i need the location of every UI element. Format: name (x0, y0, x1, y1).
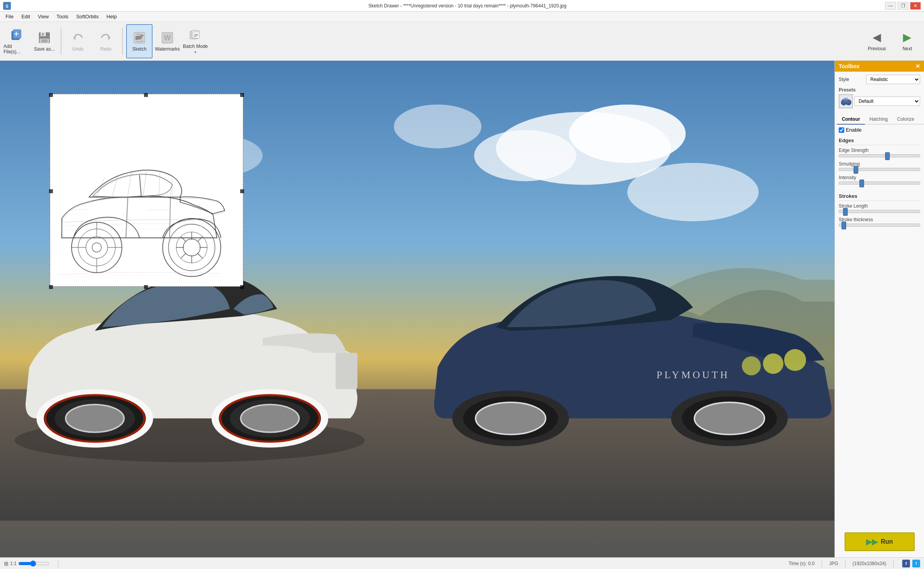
facebook-icon[interactable]: f (902, 560, 910, 567)
menu-edit[interactable]: Edit (18, 12, 34, 21)
sketch-label: Sketch (132, 46, 147, 52)
selection-handle-bottom[interactable] (144, 285, 148, 289)
social-icons: f t (902, 560, 920, 567)
intensity-track[interactable] (839, 181, 920, 185)
undo-button[interactable]: Undo (65, 24, 91, 58)
next-button[interactable]: ▶ Next (894, 24, 921, 58)
titlebar: S Sketch Drawer - ****Unregistered versi… (0, 0, 924, 12)
zoom-level: 1:1 (10, 561, 17, 566)
window-title: Sketch Drawer - ****Unregistered version… (14, 3, 921, 9)
batch-mode-button[interactable]: Batch Mode ▼ (182, 24, 209, 58)
selection-handle-top-right[interactable] (240, 93, 244, 97)
save-as-button[interactable]: Save as... (31, 24, 58, 58)
selection-handle-bottom-right[interactable] (240, 285, 244, 289)
intensity-thumb[interactable] (859, 180, 864, 187)
svg-line-59 (143, 172, 146, 195)
svg-point-29 (474, 130, 576, 181)
toolbox-panel: Toolbox ✕ Style Realistic Artistic Hatch… (834, 61, 924, 557)
svg-point-85 (92, 243, 102, 252)
svg-rect-10 (42, 33, 44, 35)
enable-checkbox[interactable] (839, 127, 844, 133)
svg-rect-35 (336, 353, 357, 389)
edge-strength-thumb[interactable] (885, 152, 890, 160)
svg-line-77 (181, 237, 186, 242)
enable-row: Enable (835, 125, 924, 135)
svg-point-70 (169, 225, 214, 270)
add-files-icon (9, 28, 23, 42)
stroke-length-track[interactable] (839, 210, 920, 213)
svg-line-61 (170, 179, 172, 197)
stroke-thickness-thumb[interactable] (841, 222, 846, 229)
twitter-icon[interactable]: t (912, 560, 920, 567)
selection-handle-top-left[interactable] (49, 93, 53, 97)
previous-button[interactable]: ◀ Previous (863, 24, 891, 58)
batch-mode-arrow: ▼ (194, 51, 197, 54)
style-section: Style Realistic Artistic Hatching Preset… (835, 72, 924, 115)
close-button[interactable]: ✕ (910, 2, 921, 10)
selection-handle-bottom-left[interactable] (49, 285, 53, 289)
fit-icon: ⊞ (4, 560, 9, 567)
time-label: Time (s): 0.0 (789, 561, 815, 566)
presets-label: Presets (839, 87, 920, 93)
sketch-icon (132, 31, 146, 45)
status-right: Time (s): 0.0 JPG (1920x1080x24) f t (789, 560, 920, 567)
status-sep-2 (822, 560, 822, 567)
tab-hatching[interactable]: Hatching (865, 115, 892, 125)
svg-line-80 (197, 237, 202, 242)
toolbox-close-button[interactable]: ✕ (915, 63, 920, 69)
selection-handle-top[interactable] (144, 93, 148, 97)
zoom-slider[interactable] (18, 560, 49, 567)
canvas-area[interactable]: PLYMOUTH (0, 61, 834, 557)
menu-file[interactable]: File (2, 12, 18, 21)
selection-handle-mid-right[interactable] (240, 189, 244, 193)
smudging-thumb[interactable] (854, 166, 858, 174)
toolbar-separator-1 (61, 28, 61, 55)
run-label: Run (881, 538, 893, 545)
smudging-track[interactable] (839, 168, 920, 171)
stroke-length-thumb[interactable] (843, 208, 848, 216)
svg-text:S: S (5, 4, 8, 9)
svg-rect-21 (193, 32, 199, 38)
watermarks-button[interactable]: W Watermarks (154, 24, 181, 58)
navigation-area: ◀ Previous ▶ Next (863, 24, 921, 58)
dimensions-label: (1920x1080x24) (852, 561, 886, 566)
maximize-button[interactable]: ❐ (898, 2, 908, 10)
preset-icon (839, 94, 853, 108)
sketch-button[interactable]: Sketch (126, 24, 153, 58)
menu-help[interactable]: Help (102, 12, 121, 21)
strokes-section: Strokes Stroke Length Stroke thickness (835, 191, 924, 233)
minimize-button[interactable]: — (885, 2, 896, 10)
tab-colorize[interactable]: Colorize (892, 115, 919, 125)
style-select[interactable]: Realistic Artistic Hatching (866, 75, 920, 84)
svg-rect-9 (41, 39, 47, 42)
watermarks-icon: W (160, 31, 174, 45)
svg-line-79 (181, 253, 186, 258)
run-button-area: ▶▶ Run (835, 526, 924, 557)
toolbox-spacer (835, 233, 924, 526)
run-button[interactable]: ▶▶ Run (845, 532, 915, 551)
presets-select[interactable]: Default Light Heavy Fine Lines (854, 97, 920, 106)
stroke-thickness-item: Stroke thickness (839, 217, 920, 227)
stroke-length-item: Stroke Length (839, 203, 920, 213)
edge-strength-track[interactable] (839, 154, 920, 157)
redo-button[interactable]: Redo (93, 24, 119, 58)
svg-line-56 (97, 178, 105, 197)
svg-point-67 (163, 218, 221, 277)
svg-point-28 (569, 104, 686, 163)
svg-point-68 (163, 219, 220, 276)
main-area: PLYMOUTH (0, 61, 924, 557)
menu-softorbits[interactable]: SoftOrbits (72, 12, 103, 21)
menu-view[interactable]: View (34, 12, 53, 21)
tab-contour[interactable]: Contour (837, 115, 865, 125)
menu-tools[interactable]: Tools (53, 12, 72, 21)
style-row: Style Realistic Artistic Hatching (839, 75, 920, 84)
enable-label: Enable (846, 127, 861, 133)
selection-handle-mid-left[interactable] (49, 189, 53, 193)
edges-section: Edges Edge Strength Smudging Intensity (835, 135, 924, 191)
add-files-button[interactable]: Add File(s)... (3, 24, 30, 58)
stroke-thickness-track[interactable] (839, 224, 920, 227)
batch-mode-icon (188, 28, 202, 42)
svg-line-60 (159, 173, 160, 196)
svg-text:PLYMOUTH: PLYMOUTH (657, 369, 730, 381)
svg-point-39 (66, 405, 124, 432)
